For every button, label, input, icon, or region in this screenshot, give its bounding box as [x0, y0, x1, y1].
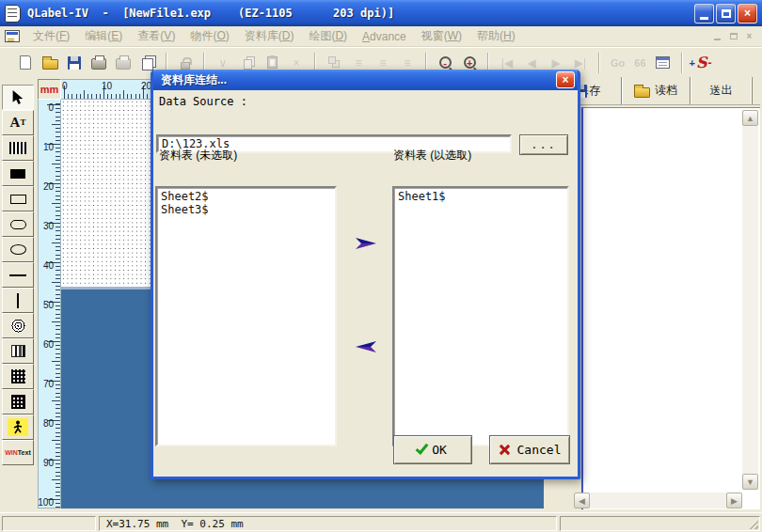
- move-right-icon[interactable]: [353, 234, 379, 253]
- db-horizontal-scrollbar[interactable]: ◀ ▶: [574, 493, 742, 509]
- zoom-in-icon: +: [464, 56, 476, 69]
- wizard-tool[interactable]: [2, 415, 34, 440]
- picture-tool-icon: [11, 345, 25, 357]
- menu-item-advance[interactable]: Advance: [355, 30, 414, 43]
- qrcode-tool-icon: [11, 395, 25, 409]
- scroll-right-icon[interactable]: ▶: [726, 493, 742, 509]
- v-ruler-label: 20: [43, 181, 54, 192]
- dialog-title-bar: 资料库连结... ×: [153, 70, 578, 90]
- barcode-tool[interactable]: [2, 135, 34, 161]
- h-ruler-label: 10: [102, 81, 112, 91]
- v-ruler-label: 50: [43, 300, 54, 310]
- paste-icon: [267, 56, 278, 69]
- minimize-button[interactable]: [694, 4, 714, 23]
- save-file-icon[interactable]: [62, 52, 87, 74]
- cancel-x-icon: [499, 444, 511, 456]
- vline-tool-icon: [17, 293, 19, 308]
- lock-icon: [181, 62, 190, 70]
- maximize-button[interactable]: [716, 4, 736, 23]
- v-ruler-label: 100: [38, 497, 54, 508]
- status-coordinates: X=31.75 mm Y= 0.25 mm: [99, 516, 557, 531]
- serial-setting-icon[interactable]: +S-: [689, 52, 713, 74]
- hline-tool[interactable]: [2, 262, 34, 288]
- open-file-icon[interactable]: [38, 52, 62, 74]
- print-icon[interactable]: [87, 52, 111, 74]
- status-panel-right: [560, 516, 760, 531]
- cancel-button[interactable]: Cancel: [489, 435, 570, 464]
- save-file-icon: [68, 56, 81, 70]
- v-ruler-label: 0: [48, 102, 54, 113]
- print-icon: [91, 58, 106, 70]
- toolbar-separator: [681, 53, 683, 73]
- text-tool-icon: AT: [10, 116, 26, 130]
- sheet-list-item[interactable]: Sheet1$: [398, 190, 564, 203]
- data-source-label: Data Source :: [159, 95, 247, 108]
- duplicate-pages-icon: [142, 58, 153, 70]
- database-grid-panel: [581, 107, 760, 509]
- toolbar-separator: [598, 53, 600, 73]
- pointer-tool[interactable]: [2, 85, 34, 110]
- menu-item-edit[interactable]: 编辑(E): [77, 28, 130, 44]
- v-ruler-label: 90: [43, 458, 54, 468]
- menu-item-draw[interactable]: 绘图(D): [301, 28, 355, 44]
- selected-tables-list[interactable]: Sheet1$: [392, 186, 569, 446]
- ok-button[interactable]: OK: [393, 435, 472, 464]
- window-title: QLabel-IV - [NewFile1.exp (EZ-1105 203 d…: [27, 7, 694, 20]
- scroll-left-icon[interactable]: ◀: [574, 493, 590, 509]
- qrcode-tool[interactable]: [2, 389, 34, 415]
- v-ruler-label: 80: [43, 418, 54, 429]
- menu-item-window[interactable]: 视窗(W): [414, 28, 469, 44]
- send-button[interactable]: 送出: [690, 77, 753, 104]
- menu-item-object[interactable]: 物件(O): [183, 28, 236, 44]
- wintext-tool[interactable]: WINText: [2, 440, 34, 465]
- group-icon: [328, 56, 336, 64]
- read-file-button[interactable]: 读档: [621, 77, 690, 104]
- menu-item-view[interactable]: 查看(V): [130, 28, 183, 44]
- menu-bar: 文件(F)编辑(E)查看(V)物件(O)资料库(D)绘图(D)Advance视窗…: [0, 26, 762, 47]
- close-button[interactable]: ×: [738, 4, 757, 23]
- sheet-list-item[interactable]: Sheet2$: [161, 190, 331, 203]
- app-icon: [5, 5, 21, 23]
- v-ruler-label: 70: [43, 379, 54, 389]
- scroll-down-icon[interactable]: ▼: [742, 474, 758, 490]
- scroll-up-icon[interactable]: ▲: [742, 110, 758, 126]
- vline-tool[interactable]: [2, 288, 34, 313]
- menu-item-help[interactable]: 帮助(H): [469, 28, 523, 44]
- print-copies-icon: [111, 52, 135, 74]
- picture-tool[interactable]: [2, 338, 34, 364]
- preview-glasses-icon: 66: [629, 52, 650, 74]
- status-bar: X=31.75 mm Y= 0.25 mm: [0, 512, 762, 532]
- unselected-tables-list[interactable]: Sheet2$Sheet3$: [155, 186, 337, 446]
- selected-tables-label: 资料表 (以选取): [393, 148, 471, 164]
- database-link-dialog: 资料库连结... × Data Source : D:\123.xls ... …: [151, 70, 580, 479]
- rounded-box-tool[interactable]: [2, 211, 34, 237]
- v-ruler-label: 60: [43, 339, 54, 350]
- title-bar: QLabel-IV - [NewFile1.exp (EZ-1105 203 d…: [0, 0, 762, 26]
- browse-button[interactable]: ...: [519, 134, 568, 155]
- resize-grip[interactable]: [747, 518, 758, 529]
- new-file-icon[interactable]: [13, 52, 38, 74]
- document-system-icon[interactable]: [5, 30, 20, 42]
- box-tool[interactable]: [2, 186, 34, 211]
- ellipse-tool[interactable]: [2, 237, 34, 262]
- application-window: QLabel-IV - [NewFile1.exp (EZ-1105 203 d…: [0, 0, 762, 532]
- database-view-icon: [656, 56, 670, 69]
- mdi-close-button: ×: [742, 30, 756, 42]
- menu-item-file[interactable]: 文件(F): [25, 28, 77, 44]
- database-view-icon[interactable]: [651, 52, 675, 74]
- wizard-tool-icon: [8, 418, 28, 436]
- filled-box-tool[interactable]: [2, 161, 34, 186]
- v-ruler-label: 30: [43, 221, 54, 231]
- tool-palette: ATWINText: [2, 85, 35, 465]
- mdi-minimize-button: [710, 30, 724, 42]
- ruler-unit-label: mm: [38, 79, 61, 100]
- text-tool[interactable]: AT: [2, 110, 34, 135]
- dialog-close-icon[interactable]: ×: [556, 71, 575, 88]
- move-left-icon[interactable]: [353, 337, 379, 356]
- v-ruler-label: 10: [43, 142, 54, 152]
- menu-item-database[interactable]: 资料库(D): [237, 28, 302, 44]
- datamatrix-tool[interactable]: [2, 364, 34, 389]
- sheet-list-item[interactable]: Sheet3$: [161, 203, 331, 216]
- db-vertical-scrollbar[interactable]: ▲ ▼: [742, 110, 758, 490]
- maxicode-tool[interactable]: [2, 313, 34, 338]
